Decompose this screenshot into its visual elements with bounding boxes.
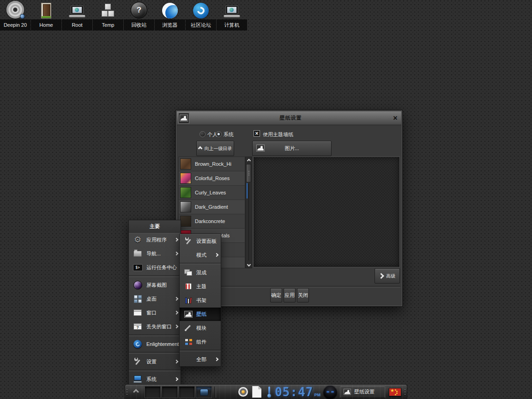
scroll-down-icon[interactable] (246, 261, 252, 267)
image-icon (183, 309, 193, 319)
submenu-item-modules[interactable]: 模块 (180, 321, 221, 335)
desktop-icon-label: Home (31, 19, 61, 30)
radio-system[interactable] (216, 131, 222, 137)
dialog-action-row: 确定 应用 关闭 (270, 288, 309, 302)
menu-separator (129, 334, 181, 336)
menu-item-windows[interactable]: 窗口 (129, 306, 181, 320)
shelf-separator (214, 387, 216, 398)
submenu-item-settings-panel[interactable]: 设置面板 (180, 234, 221, 248)
advanced-button[interactable]: 高级 (375, 268, 400, 284)
menu-item-enlightenment[interactable]: Enlightenment (129, 337, 181, 351)
wallpaper-thumbnail (180, 173, 191, 184)
pager-desktop-4-active[interactable] (196, 386, 212, 398)
desktop-icon-deepin[interactable]: Deepin 20 (0, 0, 30, 30)
window-icon (133, 308, 143, 317)
menu-item-screenshot[interactable]: 屏幕截图 (129, 278, 181, 292)
desktop-icon-label: 浏览器 (155, 19, 185, 30)
shelf-drag-handle-right[interactable] (405, 389, 405, 395)
submenu-arrow-icon (175, 325, 178, 328)
desktop-icon-browser[interactable]: 浏览器 (155, 0, 185, 30)
wallpaper-list-item[interactable]: Darkconcrete (179, 214, 245, 229)
menu-item-desktop[interactable]: 桌面 (129, 292, 181, 306)
desktop: Deepin 20 Home Root Temp ? 回收站 浏览器 社区论坛 (0, 0, 532, 399)
clock-time: 05:47 (275, 385, 313, 399)
close-button[interactable]: × (389, 115, 401, 122)
pager-desktop-3[interactable] (179, 386, 195, 398)
desktop-icon-root[interactable]: Root (62, 0, 92, 30)
submenu-item-mode[interactable]: 模式 (180, 248, 221, 262)
digital-clock[interactable]: 05:47 PM (275, 385, 320, 399)
chevron-up-icon (133, 389, 139, 395)
shelf-drag-handle-left[interactable] (127, 389, 127, 395)
community-swirl-icon (193, 3, 209, 18)
books-icon (183, 296, 193, 305)
submenu-arrow-icon (175, 360, 178, 363)
file-document-icon[interactable] (252, 386, 261, 398)
gear-icon: ⚙ (133, 235, 143, 244)
shelf-autohide-button[interactable] (129, 386, 143, 398)
paint-roller-icon (183, 282, 193, 291)
submenu-item-theme[interactable]: 主题 (180, 279, 221, 293)
wallpaper-list-scrollbar[interactable] (245, 157, 252, 268)
submenu-arrow-icon (175, 311, 178, 314)
desktop-icon-computer[interactable]: 计算机 (217, 0, 247, 30)
menu-item-navigate[interactable]: 导航... (129, 247, 181, 260)
picture-button[interactable]: 图片... (252, 141, 332, 156)
dialog-titlebar[interactable]: 壁纸设置 × (177, 111, 401, 125)
wallpaper-thumbnail (180, 216, 191, 227)
composite-icon (183, 268, 193, 277)
menu-item-run-everything[interactable]: $> 运行任务中心 (129, 260, 181, 274)
up-directory-button[interactable]: 向上一级目录 (196, 141, 234, 156)
desktop-icon-community[interactable]: 社区论坛 (186, 0, 216, 30)
taskbar-window-button[interactable]: 壁纸设置 (340, 386, 385, 398)
use-theme-wallpaper-checkbox[interactable]: × (254, 130, 260, 137)
submenu-arrow-icon (175, 377, 178, 381)
wallpaper-list-item[interactable]: Curly_Leaves (179, 186, 245, 200)
use-theme-wallpaper-label: 使用主题墙纸 (263, 131, 293, 138)
menu-item-settings[interactable]: 设置 (129, 355, 181, 369)
pager-desktop-1[interactable] (145, 386, 161, 398)
desktop-icon-temp[interactable]: Temp (93, 0, 123, 30)
start-knob-icon[interactable] (323, 385, 337, 399)
keyboard-layout-flag-icon[interactable]: ★ (389, 388, 401, 396)
submenu-item-all[interactable]: 全部 (180, 352, 221, 366)
wallpaper-thumbnail (180, 158, 191, 169)
scroll-up-icon[interactable] (246, 157, 252, 163)
ok-button[interactable]: 确定 (270, 288, 282, 302)
radio-personal[interactable] (200, 131, 206, 137)
image-icon (256, 145, 265, 151)
pager-desktop-2[interactable] (162, 386, 178, 398)
enlightenment-logo-icon (133, 339, 143, 349)
desktop-icon-home[interactable]: Home (31, 0, 61, 30)
temperature-gauge-icon[interactable] (267, 387, 271, 398)
submenu-item-gadgets[interactable]: 组件 (180, 335, 221, 349)
desktop-icon-label: Root (62, 19, 92, 30)
apply-button[interactable]: 应用 (284, 288, 296, 302)
menu-item-lost-windows[interactable]: ? 丢失的窗口 (129, 320, 181, 333)
mixer-speaker-icon[interactable] (238, 387, 248, 397)
wallpaper-list-item[interactable]: Brown_Rock_Hi (179, 157, 245, 171)
boxes-icon (101, 3, 115, 18)
settings-submenu: 设置面板 模式 混成 主题 书架 壁纸 (179, 234, 221, 367)
wrench-icon (183, 236, 193, 246)
lost-window-icon: ? (133, 322, 143, 331)
wallpaper-list-item[interactable]: Colorful_Roses (179, 171, 245, 186)
clock-ampm: PM (314, 393, 321, 397)
submenu-item-wallpaper[interactable]: 壁纸 (180, 307, 221, 321)
desktop-icon-label: Deepin 20 (0, 19, 30, 30)
close-button[interactable]: 关闭 (297, 288, 309, 302)
laptop-icon (69, 6, 85, 18)
scrollbar-accent (247, 183, 248, 199)
menu-separator (129, 275, 181, 277)
menu-separator (129, 369, 181, 371)
chevron-right-icon (378, 273, 384, 279)
menu-item-applications[interactable]: ⚙ 应用程序 (129, 233, 181, 247)
wallpaper-thumbnail (180, 201, 191, 212)
submenu-item-composite[interactable]: 混成 (180, 266, 221, 279)
desktop-icon-trash[interactable]: ? 回收站 (124, 0, 154, 30)
submenu-item-shelves[interactable]: 书架 (180, 293, 221, 307)
scrollbar-thumb[interactable] (246, 164, 251, 182)
submenu-arrow-icon (175, 297, 178, 301)
computer-laptop-icon (224, 6, 240, 18)
wallpaper-list-item[interactable]: Dark_Gradient (179, 200, 245, 214)
